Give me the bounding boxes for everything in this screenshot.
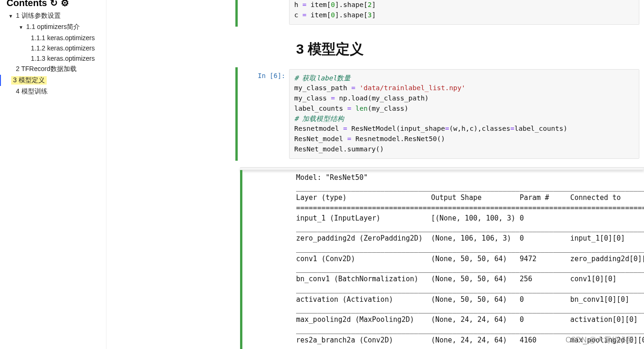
section-heading-3: 3 模型定义 [296,40,644,59]
cell-output-in6: Model: "ResNet50" ______________________… [240,170,644,349]
output-sep: ________________________________________… [296,326,644,334]
toc-item-1-1[interactable]: 1.1 optimizers简介 [4,21,106,33]
output-sep: ________________________________________… [296,183,644,192]
output-sep: ________________________________________… [296,346,644,349]
output-sep: ________________________________________… [296,305,644,313]
output-row: res2a_branch2a (Conv2D) (None, 24, 24, 6… [296,336,644,344]
output-sep-thick: ========================================… [296,204,644,212]
toc-list: 1 训练参数设置 1.1 optimizers简介 1.1.1 keras.op… [4,10,106,97]
toc-item-2[interactable]: 2 TFRecord数据加载 [4,64,106,75]
code-block-prev[interactable]: h = item[0].shape[2] c = item[0].shape[3… [289,0,639,25]
code-cell-in6: In [6]: # 获取label数量 my_class_path = 'dat… [235,67,644,161]
toc-item-1-1-2[interactable]: 1.1.2 keras.optimizers [4,43,106,53]
output-row: max_pooling2d (MaxPooling2D) (None, 24, … [296,315,638,324]
output-row: conv1 (Conv2D) (None, 50, 50, 64) 9472 z… [296,255,644,263]
contents-label: Contents [7,0,47,8]
prompt-empty [238,0,289,25]
toc-item-1-1-1[interactable]: 1.1.1 keras.optimizers [4,33,106,43]
code-cell-prev: h = item[0].shape[2] c = item[0].shape[3… [235,0,644,27]
toc-item-3[interactable]: 3 模型定义 [0,75,106,86]
output-header: Layer (type) Output Shape Param # Connec… [296,193,621,202]
output-row: bn_conv1 (BatchNormalization) (None, 50,… [296,275,616,283]
output-model-line: Model: "ResNet50" [296,173,368,182]
output-sep: ________________________________________… [296,285,644,293]
toc-item-4[interactable]: 4 模型训练 [4,86,106,97]
output-sep: ________________________________________… [296,224,644,232]
code-block-in6[interactable]: # 获取label数量 my_class_path = 'data/trainl… [289,69,639,159]
toc-item-1-1-3[interactable]: 1.1.3 keras.optimizers [4,53,106,64]
toc-sidebar: Contents ↻ ⚙ 1 训练参数设置 1.1 optimizers简介 1… [0,0,106,349]
gear-icon[interactable]: ⚙ [61,0,69,8]
output-row: zero_padding2d (ZeroPadding2D) (None, 10… [296,234,625,242]
output-row: activation (Activation) (None, 50, 50, 6… [296,295,629,304]
refresh-icon[interactable]: ↻ [50,0,58,8]
contents-heading: Contents ↻ ⚙ [4,0,106,10]
notebook-main: h = item[0].shape[2] c = item[0].shape[3… [106,0,644,349]
prompt-in6: In [6]: [238,69,289,159]
output-sep: ________________________________________… [296,264,644,273]
output-sep: ________________________________________… [296,244,644,253]
toc-item-1[interactable]: 1 训练参数设置 [4,10,106,21]
output-row: input_1 (InputLayer) [(None, 100, 100, 3… [296,214,524,222]
